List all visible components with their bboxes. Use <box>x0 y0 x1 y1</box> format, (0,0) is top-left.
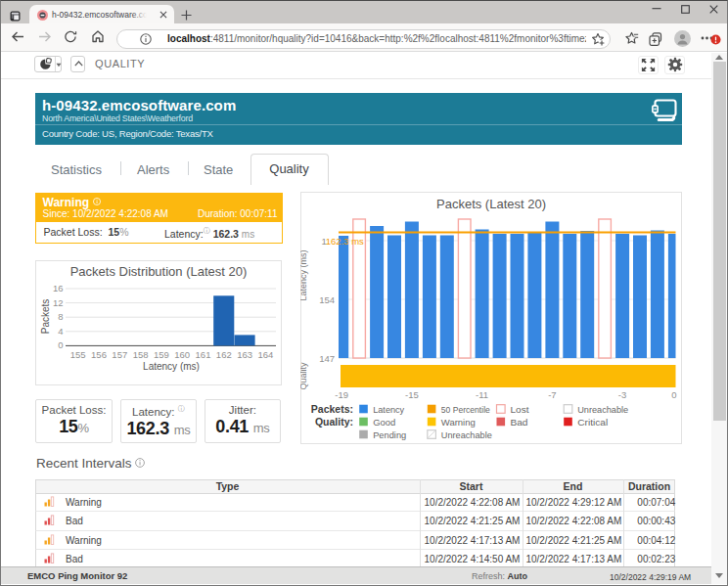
svg-text:12: 12 <box>53 297 64 308</box>
svg-text:164: 164 <box>257 349 273 360</box>
svg-text:Packets: Packets <box>40 299 51 335</box>
svg-text:Unreachable: Unreachable <box>577 404 628 415</box>
svg-text:-15: -15 <box>405 389 419 400</box>
svg-text:154: 154 <box>319 294 335 305</box>
svg-text:0: 0 <box>671 389 676 400</box>
svg-text:Bad: Bad <box>511 417 528 428</box>
svg-text:157: 157 <box>112 349 127 360</box>
svg-text:Packets (Latest 20): Packets (Latest 20) <box>436 197 546 211</box>
svg-text:155: 155 <box>70 349 86 360</box>
svg-text:Latency: Latency <box>373 404 404 415</box>
svg-text:-7: -7 <box>548 389 556 400</box>
svg-text:147: 147 <box>319 353 335 364</box>
svg-text:Quality: Quality <box>300 362 308 390</box>
svg-text:160: 160 <box>174 349 190 360</box>
svg-text:162: 162 <box>216 349 232 360</box>
svg-text:159: 159 <box>154 349 169 360</box>
svg-text:158: 158 <box>133 349 149 360</box>
svg-text:Unreachable: Unreachable <box>441 429 492 440</box>
svg-text:-19: -19 <box>335 389 348 400</box>
svg-text:Warning: Warning <box>441 417 476 428</box>
svg-text:161: 161 <box>196 349 211 360</box>
svg-text:163: 163 <box>237 349 252 360</box>
svg-text:4: 4 <box>58 326 63 337</box>
svg-text:Packets:: Packets: <box>311 403 353 415</box>
svg-text:-3: -3 <box>618 389 626 400</box>
svg-text:Good: Good <box>373 417 395 428</box>
svg-text:Pending: Pending <box>373 429 406 440</box>
svg-text:-11: -11 <box>476 389 488 400</box>
svg-text:Lost: Lost <box>511 404 529 415</box>
svg-text:Packets Distribution (Latest 2: Packets Distribution (Latest 20) <box>70 264 248 279</box>
svg-text:Latency (ms): Latency (ms) <box>143 361 200 372</box>
svg-text:162.3 ms: 162.3 ms <box>326 236 364 247</box>
svg-text:Latency (ms): Latency (ms) <box>300 249 308 300</box>
svg-text:156: 156 <box>91 349 107 360</box>
svg-text:Critical: Critical <box>577 417 608 428</box>
svg-text:Quality:: Quality: <box>315 416 353 428</box>
svg-text:0: 0 <box>58 339 63 350</box>
svg-text:8: 8 <box>58 311 63 322</box>
svg-text:50 Percentile: 50 Percentile <box>441 404 490 415</box>
svg-text:16: 16 <box>53 283 64 293</box>
